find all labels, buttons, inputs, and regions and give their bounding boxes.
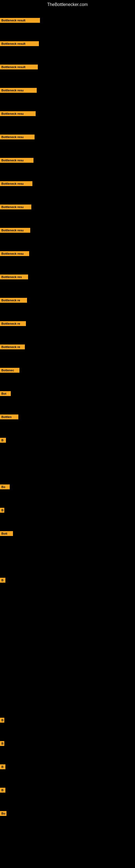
bottleneck-result-bar[interactable]: B (0, 508, 4, 513)
bottleneck-result-bar[interactable]: Bottleneck re (0, 298, 27, 303)
bottleneck-result-bar[interactable]: Bott (0, 531, 13, 536)
bottleneck-result-bar[interactable]: Bottleneck resu (0, 88, 37, 93)
bottleneck-result-bar[interactable]: Bottleneck result (0, 65, 38, 69)
site-title: TheBottlenecker.com (0, 0, 135, 8)
bottleneck-result-bar[interactable]: Bottleneck result (0, 41, 39, 46)
bottleneck-result-bar[interactable]: Bottleneck resu (0, 251, 29, 256)
bottleneck-result-bar[interactable]: B (0, 718, 4, 723)
bottleneck-result-bar[interactable]: Bottleneck re (0, 344, 25, 349)
bottleneck-result-bar[interactable]: B (0, 578, 5, 583)
bottleneck-result-bar[interactable]: B (0, 438, 6, 443)
bottleneck-result-bar[interactable]: Bottleneck re (0, 321, 26, 326)
bottleneck-result-bar[interactable]: Bottleneck resu (0, 181, 32, 186)
bottleneck-result-bar[interactable]: Bottleneck resu (0, 228, 30, 233)
bottleneck-result-bar[interactable]: Bo (0, 811, 6, 816)
bottleneck-result-bar[interactable]: Bottlen (0, 414, 18, 420)
bottleneck-result-bar[interactable]: Bottleneck result (0, 18, 40, 23)
bottleneck-result-bar[interactable]: Bottleneck res (0, 275, 28, 279)
bottleneck-result-bar[interactable]: Bottenec (0, 368, 19, 373)
bottleneck-result-bar[interactable]: Bottleneck resu (0, 111, 36, 116)
bottleneck-result-bar[interactable]: Bottleneck resu (0, 158, 34, 163)
bottleneck-result-bar[interactable]: Bottleneck resu (0, 205, 31, 209)
bottleneck-result-bar[interactable]: Bo (0, 485, 10, 489)
bottleneck-result-bar[interactable]: Bottleneck resu (0, 134, 35, 140)
bottleneck-result-bar[interactable]: B (0, 741, 4, 746)
bottleneck-result-bar[interactable]: B (0, 764, 5, 769)
bottleneck-result-bar[interactable]: Bot (0, 391, 11, 396)
bottleneck-result-bar[interactable]: B (0, 788, 5, 793)
